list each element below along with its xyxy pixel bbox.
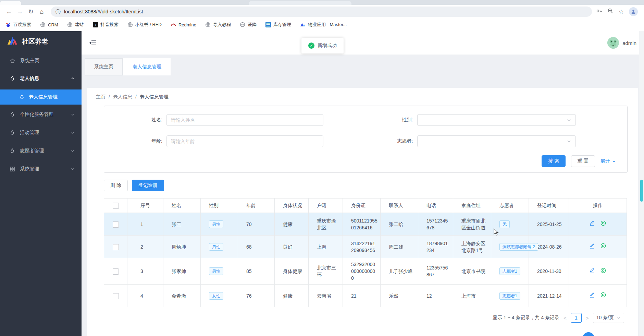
browser-tabstrip (0, 0, 644, 5)
main-header: admin (82, 31, 644, 55)
name-input[interactable] (166, 114, 323, 126)
prev-page-button[interactable]: < (564, 315, 567, 321)
sidebar-item-2[interactable]: 个性化服务管理 (0, 105, 82, 123)
sidebar-item-0[interactable]: 系统主页 (0, 52, 82, 70)
breadcrumb-item[interactable]: 老人信息 (113, 94, 132, 100)
gender-select[interactable] (417, 114, 576, 126)
bookmark-item[interactable]: 导入教程 (205, 22, 231, 28)
scrollbar-thumb[interactable] (640, 180, 643, 202)
volunteer-select[interactable] (417, 135, 576, 147)
cell-date: 2021-12-14 (529, 285, 569, 307)
next-page-button[interactable]: > (586, 315, 589, 321)
page-tab-0[interactable]: 系统主页 (85, 58, 123, 75)
sidebar-subitem-label: 老人信息管理 (29, 94, 58, 100)
view-icon[interactable] (600, 243, 606, 249)
browser-tab-partial[interactable] (0, 1, 21, 5)
bookmark-item[interactable]: 小红书 / RED (127, 22, 162, 28)
home-button[interactable]: ⌂ (36, 6, 47, 17)
volunteer-tag: 测试志愿者账号-2 (499, 243, 538, 251)
user-menu[interactable]: admin (607, 37, 636, 49)
volunteer-tag: 无 (499, 220, 510, 228)
forward-button[interactable]: → (14, 6, 25, 17)
cell-name: 周炳坤 (163, 236, 201, 258)
page-size-select[interactable]: 10 条/页 (593, 313, 624, 323)
row-checkbox-cell (104, 236, 127, 258)
reset-button[interactable]: 重 置 (571, 155, 595, 167)
sidebar-item-3[interactable]: 活动管理 (0, 123, 82, 142)
row-checkbox[interactable] (113, 293, 119, 299)
page-number[interactable]: 1 (571, 313, 582, 323)
reload-button[interactable]: ↻ (25, 6, 36, 17)
success-check-icon: ✓ (308, 43, 314, 49)
bookmark-item[interactable]: Redmine (171, 22, 196, 27)
row-checkbox-cell (104, 285, 127, 307)
cell-phone: 15712345678 (418, 213, 453, 236)
chevron-up-icon (71, 76, 75, 81)
delete-button[interactable]: 删 除 (104, 180, 128, 191)
sidebar-item-5[interactable]: 系统管理 (0, 160, 82, 178)
filter-panel: 姓名: 性别: 年龄: (104, 106, 628, 173)
page-info-icon[interactable]: ⓘ (55, 9, 61, 15)
back-button[interactable]: ← (3, 6, 14, 17)
url-bar[interactable]: ⓘ localhost:8088/#/old-sketch/ItemList (51, 7, 592, 17)
gender-tag: 男性 (209, 243, 223, 251)
row-checkbox[interactable] (113, 221, 119, 228)
globe-icon (127, 22, 133, 27)
bookmark-item[interactable]: 爱降 (240, 22, 257, 28)
cell-id_card: 500112195501266416 (343, 213, 381, 236)
expand-link[interactable]: 展开 (600, 158, 616, 164)
browser-tab-partial-2[interactable] (249, 1, 351, 5)
register-button[interactable]: 登记造册 (132, 180, 164, 191)
logo-icon (7, 37, 18, 46)
volunteer-tag: 志愿者1 (499, 267, 520, 275)
app-logo[interactable]: 社区养老 (0, 31, 82, 52)
cell-contact: 儿子张少峰 (381, 258, 418, 285)
view-icon[interactable] (600, 220, 606, 226)
edit-icon[interactable] (589, 267, 595, 274)
chevron-down-icon (617, 316, 621, 320)
table-row: 2周炳坤男性68良好上海314222191209093456周二娃1879890… (104, 236, 627, 258)
breadcrumb-item[interactable]: 主页 (96, 94, 106, 100)
edit-icon[interactable] (589, 220, 595, 226)
view-icon[interactable] (600, 292, 606, 298)
cell-health: 身体健康 (275, 258, 309, 285)
sidebar-item-4[interactable]: 志愿者管理 (0, 142, 82, 160)
browser-profile-avatar[interactable] (629, 7, 638, 16)
bookmark-star-icon[interactable]: ☆ (619, 8, 624, 15)
bookmark-item[interactable]: 物业应用 - Master... (300, 22, 347, 28)
page-tab-1[interactable]: 老人信息管理 (123, 58, 171, 75)
sidebar-fold-icon[interactable] (89, 40, 97, 46)
row-checkbox-cell (104, 258, 127, 285)
sidebar-item-label: 个性化服务管理 (20, 111, 53, 118)
edit-icon[interactable] (589, 243, 595, 249)
password-key-icon[interactable] (596, 8, 602, 15)
drop-icon (10, 148, 15, 154)
pagination-summary: 显示 1 ~ 4 条记录，共 4 条记录 (493, 315, 559, 321)
bookmark-item[interactable]: ♪抖音搜索 (93, 22, 119, 28)
age-label: 年龄: (115, 138, 166, 144)
filter-row-2: 年龄: 志愿者: (115, 135, 616, 147)
grid-icon (10, 166, 15, 172)
select-all-checkbox[interactable] (113, 203, 119, 209)
chevron-down-icon (567, 118, 571, 122)
column-header: 身份证 (343, 199, 381, 213)
edit-icon[interactable] (589, 292, 595, 298)
bookmark-item[interactable]: CRM (40, 22, 58, 27)
cell-actions (569, 236, 627, 258)
row-checkbox[interactable] (113, 244, 119, 250)
search-button[interactable]: 搜 索 (542, 155, 566, 167)
cell-contact: 乐然 (381, 285, 418, 307)
bookmark-item[interactable]: 百度搜索 (5, 22, 31, 28)
bookmark-item[interactable]: 库存管理 (265, 22, 291, 28)
globe-icon (40, 22, 46, 27)
age-input[interactable] (166, 135, 323, 147)
sidebar-item-1[interactable]: 老人信息 (0, 70, 82, 87)
row-checkbox[interactable] (113, 268, 119, 275)
cell-id_card: 21 (343, 285, 381, 307)
sidebar-nav: 系统主页老人信息老人信息管理个性化服务管理活动管理志愿者管理系统管理 (0, 52, 82, 178)
view-icon[interactable] (600, 267, 606, 274)
zoom-icon[interactable] (607, 8, 614, 15)
sidebar-subitem-active[interactable]: 老人信息管理 (0, 89, 82, 105)
inventory-icon (265, 22, 271, 27)
bookmark-item[interactable]: 建站 (67, 22, 84, 28)
